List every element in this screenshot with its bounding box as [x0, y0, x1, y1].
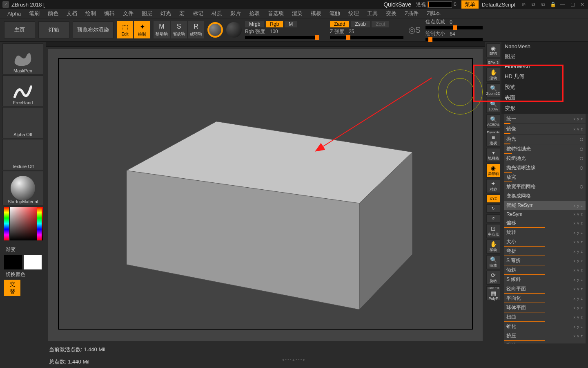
deform-放宽[interactable]: 放宽	[504, 173, 586, 182]
deform-倾斜[interactable]: 倾斜x y z	[504, 265, 586, 275]
rot-cw-icon[interactable]: ↻	[486, 204, 500, 213]
edit-mode-button[interactable]: ⬚Edit	[117, 21, 133, 38]
menu-拾取[interactable]: 拾取	[246, 9, 263, 18]
alpha-thumb[interactable]: Alpha Off	[2, 107, 43, 138]
deform-变换成网格[interactable]: 变换成网格	[504, 191, 586, 201]
swap-button[interactable]: 交替	[4, 280, 20, 296]
draw-mode-button[interactable]: ✦绘制	[134, 21, 150, 38]
deform-球体平面[interactable]: 球体平面x y z	[504, 303, 586, 312]
deform-锥化[interactable]: 锥化x y z	[504, 322, 586, 331]
perspective-slider[interactable]	[428, 1, 452, 8]
close-icon[interactable]: ✕	[579, 1, 586, 8]
menu-文档[interactable]: 文档	[63, 9, 80, 18]
minimize-icon[interactable]: —	[559, 1, 566, 8]
deform-按组抛光[interactable]: 按组抛光	[504, 154, 586, 163]
move-button[interactable]: M移动轴	[154, 21, 170, 38]
menu-标记[interactable]: 标记	[189, 9, 207, 18]
zsub-button[interactable]: Zsub	[351, 21, 370, 27]
material-thumb[interactable]: StartupMaterial	[2, 171, 43, 205]
actual-size-button[interactable]: 🔍100%	[486, 99, 500, 113]
panel-header[interactable]: 图层	[501, 51, 588, 62]
zadd-button[interactable]: Zadd	[330, 21, 349, 27]
viewport[interactable]	[48, 49, 483, 341]
deform-挤压[interactable]: 挤压x y z	[504, 331, 586, 341]
symmetry-button[interactable]: ✦对称	[486, 179, 500, 193]
texture-thumb[interactable]: Texture Off	[2, 139, 43, 170]
stroke-thumb[interactable]: FreeHand	[2, 75, 43, 106]
menu-模板[interactable]: 模板	[307, 9, 325, 18]
deform-径向平面[interactable]: 径向平面x y z	[504, 284, 586, 294]
move-view-button[interactable]: ✋移动	[486, 240, 500, 254]
brush-thumb[interactable]: MaskPen	[2, 43, 43, 74]
xyz-button[interactable]: XYZ	[486, 195, 500, 203]
swatch-black[interactable]	[4, 255, 22, 269]
material-sphere[interactable]	[207, 22, 223, 38]
menu-纹理[interactable]: 纹理	[345, 9, 362, 18]
deform-抛光清晰边缘[interactable]: 抛光清晰边缘	[504, 163, 586, 173]
panel-header[interactable]: FiberMesh	[501, 62, 588, 71]
menu-button[interactable]: 菜单	[461, 0, 479, 9]
panel-header[interactable]: 变形	[501, 103, 588, 114]
hue-bar-right[interactable]	[37, 207, 42, 240]
hue-bar-left[interactable]	[4, 207, 9, 240]
deform-旋转[interactable]: 旋转x y z	[504, 228, 586, 237]
lock-icon[interactable]: 🔒	[550, 1, 556, 8]
live-boolean-button[interactable]: 预览布尔渲染	[73, 21, 114, 38]
menu-渲染[interactable]: 渲染	[289, 9, 306, 18]
deform-大小[interactable]: 大小x y z	[504, 237, 586, 247]
deform-扭曲[interactable]: 扭曲x y z	[504, 312, 586, 322]
material-sphere-2[interactable]	[226, 22, 242, 38]
menu-绘制[interactable]: 绘制	[82, 9, 99, 18]
focal-shift-slider[interactable]	[425, 26, 483, 29]
swatch-white[interactable]	[24, 255, 42, 269]
lightbox-button[interactable]: 灯箱	[38, 21, 69, 38]
menu-宏[interactable]: 宏	[176, 9, 188, 18]
dup2-icon[interactable]: ⧉	[540, 1, 546, 8]
deform-S 弯折[interactable]: S 弯折x y z	[504, 256, 586, 265]
spix-label[interactable]: SPix 3	[486, 59, 500, 66]
draw-size-slider[interactable]	[425, 38, 483, 41]
frame-button[interactable]: ⊡中心点	[486, 224, 500, 238]
quicksave-button[interactable]: QuickSave	[383, 1, 411, 8]
maximize-icon[interactable]: ▢	[569, 1, 576, 8]
drag-handle-icon[interactable]: ◂▪▪▪▴▪▪▪▸	[282, 357, 306, 362]
deform-统一[interactable]: 统一x y z	[504, 114, 586, 123]
scroll-button[interactable]: ✋滚动	[486, 68, 500, 82]
rgb-button[interactable]: Rgb	[266, 21, 283, 27]
rotate-button[interactable]: R旋转轴	[188, 21, 204, 38]
menu-笔触[interactable]: 笔触	[326, 9, 343, 18]
floor-button[interactable]: ▾地网格	[486, 148, 500, 162]
mrgb-button[interactable]: Mrgb	[245, 21, 264, 27]
menu-工具[interactable]: 工具	[364, 9, 381, 18]
deform-弯折[interactable]: 弯折x y z	[504, 247, 586, 256]
menu-图层[interactable]: 图层	[138, 9, 156, 18]
linefill-button[interactable]: Line Fill▦PolyF	[486, 286, 500, 300]
zcut-button[interactable]: Zcut	[372, 21, 389, 27]
menu-编辑[interactable]: 编辑	[101, 9, 118, 18]
deform-镜像[interactable]: 镜像x y z	[504, 124, 586, 134]
deform-偏移[interactable]: 偏移x y z	[504, 218, 586, 228]
scale-button[interactable]: S缩放轴	[171, 21, 187, 38]
dup-icon[interactable]: ⧉	[530, 1, 537, 8]
menu-首选项[interactable]: 首选项	[265, 9, 287, 18]
deform-S 倾斜[interactable]: S 倾斜x y z	[504, 275, 586, 284]
menu-灯光[interactable]: 灯光	[157, 9, 174, 18]
panel-header[interactable]: HD 几何	[501, 71, 588, 82]
default-zscript[interactable]: DefaultZScript	[482, 2, 515, 8]
timeline-ruler[interactable]	[46, 42, 485, 47]
scale-view-button[interactable]: 🔍缩放	[486, 255, 500, 269]
deform-抛光[interactable]: 抛光	[504, 135, 586, 144]
menu-变换[interactable]: 变换	[383, 9, 400, 18]
menu-Z插件[interactable]: Z插件	[401, 9, 422, 18]
home-button[interactable]: 主页	[4, 21, 35, 38]
layout-icon[interactable]: ⎚	[520, 1, 527, 8]
menu-材质[interactable]: 材质	[208, 9, 225, 18]
color-picker[interactable]	[2, 206, 43, 244]
menu-文件[interactable]: 文件	[120, 9, 137, 18]
dynamic-persp-button[interactable]: Dynamic≡透视	[486, 130, 500, 146]
z-intensity-slider[interactable]	[330, 36, 403, 39]
deform-放宽平面网格[interactable]: 放宽平面网格	[504, 182, 586, 191]
rotate-view-button[interactable]: ⟳旋转	[486, 271, 500, 285]
deform-智能 ReSym[interactable]: 智能 ReSymx y z	[504, 201, 586, 210]
switch-color-label[interactable]: 切换颜色	[4, 270, 42, 279]
